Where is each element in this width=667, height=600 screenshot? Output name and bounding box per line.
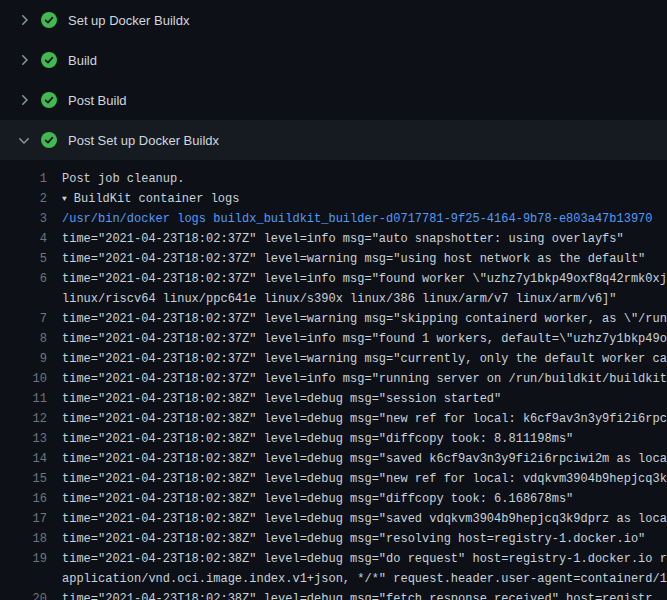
- log-section-header[interactable]: Post Set up Docker Buildx: [0, 120, 667, 160]
- log-line: 20 time="2021-04-23T18:02:38Z" level=deb…: [0, 589, 667, 600]
- log-line-text: time="2021-04-23T18:02:38Z" level=debug …: [62, 469, 667, 489]
- chevron-down-icon[interactable]: [16, 132, 32, 148]
- log-line: 11 time="2021-04-23T18:02:38Z" level=deb…: [0, 389, 667, 409]
- log-section-header[interactable]: Set up Docker Buildx: [0, 0, 667, 40]
- log-line-number[interactable]: 19: [0, 549, 47, 569]
- log-line-text: Post job cleanup.: [62, 169, 667, 189]
- log-line-text: time="2021-04-23T18:02:37Z" level=info m…: [62, 269, 667, 289]
- log-line-continuation: linux/riscv64 linux/ppc641e linux/s390x …: [62, 289, 667, 309]
- group-title[interactable]: BuildKit container logs: [74, 192, 240, 206]
- log-line: 16 time="2021-04-23T18:02:38Z" level=deb…: [0, 489, 667, 509]
- log-line: 3 /usr/bin/docker logs buildx_buildkit_b…: [0, 209, 667, 229]
- group-collapse-caret-icon[interactable]: ▼: [62, 189, 67, 209]
- log-line-number[interactable]: 14: [0, 449, 47, 469]
- log-line: 5 time="2021-04-23T18:02:37Z" level=warn…: [0, 249, 667, 269]
- log-line: 14 time="2021-04-23T18:02:38Z" level=deb…: [0, 449, 667, 469]
- log-line: 18 time="2021-04-23T18:02:38Z" level=deb…: [0, 529, 667, 549]
- log-line-text: time="2021-04-23T18:02:37Z" level=warnin…: [62, 349, 667, 369]
- log-line-number[interactable]: 4: [0, 229, 47, 249]
- success-check-icon: [41, 12, 57, 28]
- chevron-right-icon[interactable]: [16, 12, 32, 28]
- log-line-text: time="2021-04-23T18:02:38Z" level=debug …: [62, 429, 667, 449]
- log-line: 10 time="2021-04-23T18:02:37Z" level=inf…: [0, 369, 667, 389]
- log-line-number[interactable]: 9: [0, 349, 47, 369]
- log-line-text: time="2021-04-23T18:02:37Z" level=warnin…: [62, 249, 667, 269]
- log-line-number[interactable]: 5: [0, 249, 47, 269]
- log-line-number[interactable]: 6: [0, 269, 47, 289]
- log-line-number[interactable]: 17: [0, 509, 47, 529]
- log-line-number[interactable]: 3: [0, 209, 47, 229]
- log-line-text: time="2021-04-23T18:02:37Z" level=info m…: [62, 329, 667, 349]
- log-line: 6 time="2021-04-23T18:02:37Z" level=info…: [0, 269, 667, 309]
- log-line: 17 time="2021-04-23T18:02:38Z" level=deb…: [0, 509, 667, 529]
- log-line: 1 Post job cleanup.: [0, 169, 667, 189]
- log-line-number[interactable]: 1: [0, 169, 47, 189]
- success-check-icon: [41, 52, 57, 68]
- log-section-header[interactable]: Post Build: [0, 80, 667, 120]
- log-line-text: time="2021-04-23T18:02:37Z" level=info m…: [62, 369, 667, 389]
- section-title: Build: [68, 53, 97, 68]
- log-line-continuation: application/vnd.oci.image.index.v1+json,…: [62, 569, 667, 589]
- section-title: Post Build: [68, 93, 127, 108]
- log-line: 8 time="2021-04-23T18:02:37Z" level=info…: [0, 329, 667, 349]
- log-line-number[interactable]: 13: [0, 429, 47, 449]
- log-line-number[interactable]: 8: [0, 329, 47, 349]
- log-line-text: time="2021-04-23T18:02:38Z" level=debug …: [62, 549, 667, 569]
- log-line-text: time="2021-04-23T18:02:38Z" level=debug …: [62, 389, 667, 409]
- log-line: 12 time="2021-04-23T18:02:38Z" level=deb…: [0, 409, 667, 429]
- workflow-log-panel: Set up Docker Buildx Build P: [0, 0, 667, 600]
- log-line-text: time="2021-04-23T18:02:38Z" level=debug …: [62, 449, 667, 469]
- chevron-right-icon[interactable]: [16, 52, 32, 68]
- log-line-text: time="2021-04-23T18:02:38Z" level=debug …: [62, 589, 667, 600]
- success-check-icon: [41, 92, 57, 108]
- log-line-number[interactable]: 11: [0, 389, 47, 409]
- log-line-text: time="2021-04-23T18:02:38Z" level=debug …: [62, 529, 667, 549]
- log-line: 2 ▼BuildKit container logs: [0, 189, 667, 209]
- log-line-number[interactable]: 2: [0, 189, 47, 209]
- log-line-number[interactable]: 20: [0, 589, 47, 600]
- log-line-number[interactable]: 10: [0, 369, 47, 389]
- log-line: 9 time="2021-04-23T18:02:37Z" level=warn…: [0, 349, 667, 369]
- log-line: 7 time="2021-04-23T18:02:37Z" level=warn…: [0, 309, 667, 329]
- log-line-text: time="2021-04-23T18:02:37Z" level=info m…: [62, 229, 667, 249]
- log-line-number[interactable]: 7: [0, 309, 47, 329]
- log-section-header[interactable]: Build: [0, 40, 667, 80]
- log-line-text: time="2021-04-23T18:02:38Z" level=debug …: [62, 409, 667, 429]
- log-line-text: ▼BuildKit container logs: [62, 189, 667, 209]
- log-line-number[interactable]: 15: [0, 469, 47, 489]
- success-check-icon: [41, 132, 57, 148]
- log-area: 1 Post job cleanup. 2 ▼BuildKit containe…: [0, 160, 667, 600]
- log-line: 4 time="2021-04-23T18:02:37Z" level=info…: [0, 229, 667, 249]
- log-line: 13 time="2021-04-23T18:02:38Z" level=deb…: [0, 429, 667, 449]
- log-line-number[interactable]: 12: [0, 409, 47, 429]
- chevron-right-icon[interactable]: [16, 92, 32, 108]
- log-line-number[interactable]: 16: [0, 489, 47, 509]
- log-line-text: time="2021-04-23T18:02:37Z" level=warnin…: [62, 309, 667, 329]
- log-line-text: time="2021-04-23T18:02:38Z" level=debug …: [62, 509, 667, 529]
- log-line-text: time="2021-04-23T18:02:38Z" level=debug …: [62, 489, 667, 509]
- log-line: 19 time="2021-04-23T18:02:38Z" level=deb…: [0, 549, 667, 589]
- log-line-number[interactable]: 18: [0, 529, 47, 549]
- section-title: Post Set up Docker Buildx: [68, 133, 219, 148]
- section-list: Set up Docker Buildx Build P: [0, 0, 667, 160]
- log-line-text: /usr/bin/docker logs buildx_buildkit_bui…: [62, 209, 667, 229]
- section-title: Set up Docker Buildx: [68, 13, 189, 28]
- log-line: 15 time="2021-04-23T18:02:38Z" level=deb…: [0, 469, 667, 489]
